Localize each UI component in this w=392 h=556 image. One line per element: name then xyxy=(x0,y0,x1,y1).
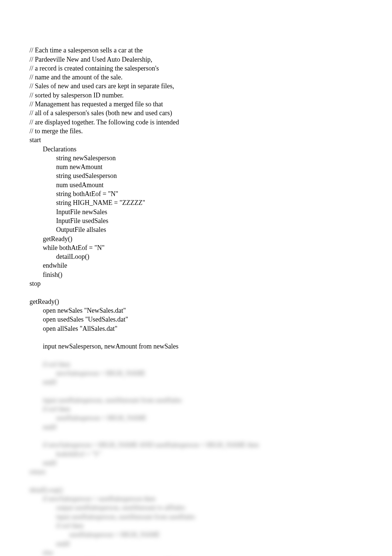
code-block-clear: // Each time a salesperson sells a car a… xyxy=(30,46,362,351)
code-line: getReady() xyxy=(30,235,72,243)
code-line: endif xyxy=(30,540,70,548)
code-line: InputFile newSales xyxy=(30,208,107,216)
code-line: open newSales "NewSales.dat" xyxy=(30,307,126,314)
code-line: // Each time a salesperson sells a car a… xyxy=(30,47,142,54)
code-line: if newSalesperson > usedSalesperson then xyxy=(30,495,155,502)
code-line: num usedAmount xyxy=(30,181,104,189)
code-line: while bothAtEof = "N" xyxy=(30,244,104,251)
code-line: string usedSalesperson xyxy=(30,172,117,179)
code-line: usedSalesperson = HIGH_NAME xyxy=(30,414,147,422)
code-line: input usedSalesperson, usedAmount from u… xyxy=(30,513,195,521)
code-line: // Sales of new and used cars are kept i… xyxy=(30,82,174,90)
code-line: finish() xyxy=(30,271,62,278)
code-line: // name and the amount of the sale. xyxy=(30,73,123,81)
code-block-blurred: if eof then newSalesperson = HIGH_NAME e… xyxy=(30,360,362,556)
code-line: // are displayed together. The following… xyxy=(30,119,179,126)
code-line: endif xyxy=(30,459,56,467)
code-line: detailLoop() xyxy=(30,486,63,494)
code-line: if eof then xyxy=(30,405,70,413)
document-page: // Each time a salesperson sells a car a… xyxy=(0,0,392,556)
code-line: endwhile xyxy=(30,262,67,269)
code-line: endif xyxy=(30,378,56,386)
code-line: OutputFile allsales xyxy=(30,226,106,233)
code-line: InputFile usedSales xyxy=(30,217,109,224)
code-line: if eof then xyxy=(30,361,70,368)
code-line: input newSalesperson, newAmount from new… xyxy=(30,343,178,350)
code-line: return xyxy=(30,468,45,476)
code-line: newSalesperson = HIGH_NAME xyxy=(30,370,145,377)
code-line: string bothAtEof = "N" xyxy=(30,190,118,198)
code-line: // sorted by salesperson ID number. xyxy=(30,92,124,99)
code-line: num newAmount xyxy=(30,163,103,171)
code-line: open usedSales "UsedSales.dat" xyxy=(30,316,128,323)
code-line: endif xyxy=(30,423,56,431)
code-line: open allSales "AllSales.dat" xyxy=(30,325,117,332)
code-line: usedSalesperson = HIGH_NAME xyxy=(30,531,160,538)
code-line: bothAtEof = "Y" xyxy=(30,450,102,458)
code-line: else xyxy=(30,549,53,556)
code-line: start xyxy=(30,136,41,144)
code-line: string HIGH_NAME = "ZZZZZ" xyxy=(30,199,145,206)
code-line: // to merge the files. xyxy=(30,127,83,135)
code-line: input usedSalesperson, usedAmount from u… xyxy=(30,397,182,404)
code-line: string newSalesperson xyxy=(30,154,116,162)
code-line: // Pardeeville New and Used Auto Dealers… xyxy=(30,56,152,63)
code-line: // a record is created containing the sa… xyxy=(30,65,159,72)
code-line: // Management has requested a merged fil… xyxy=(30,100,163,108)
code-line: getReady() xyxy=(30,298,59,305)
code-line: if eof then xyxy=(30,522,83,529)
code-line: detailLoop() xyxy=(30,253,89,260)
code-line: output usedSalesperson, usedAmount to al… xyxy=(30,504,185,511)
code-line: Declarations xyxy=(30,145,76,153)
code-line: // all of a salesperson's sales (both ne… xyxy=(30,109,172,117)
code-line: if newSalesperson = HIGH_NAME AND usedSa… xyxy=(30,441,259,449)
code-line: stop xyxy=(30,280,41,287)
